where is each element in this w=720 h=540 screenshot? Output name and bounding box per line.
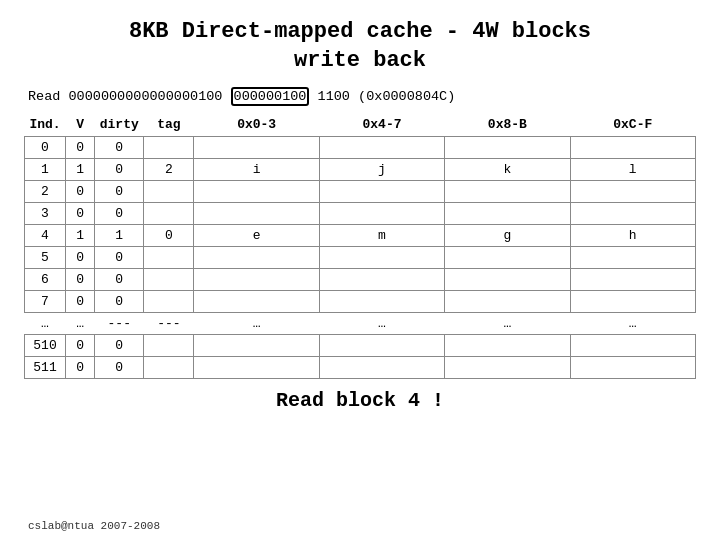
- table-row: 4110emgh: [25, 224, 696, 246]
- cell-d47: [319, 290, 444, 312]
- cell-dcf: [570, 202, 695, 224]
- cell-d8b: …: [445, 312, 570, 334]
- cell-v: 1: [65, 158, 94, 180]
- cell-v: 0: [65, 356, 94, 378]
- header-ind: Ind.: [25, 114, 66, 136]
- cell-tag: [144, 136, 194, 158]
- cell-dirty: 0: [95, 290, 144, 312]
- cell-d8b: [445, 334, 570, 356]
- cell-d47: [319, 136, 444, 158]
- cell-ind: 511: [25, 356, 66, 378]
- table-row: 200: [25, 180, 696, 202]
- cell-v: …: [65, 312, 94, 334]
- cell-v: 0: [65, 202, 94, 224]
- cell-tag: 2: [144, 158, 194, 180]
- header-v: V: [65, 114, 94, 136]
- cell-ind: 3: [25, 202, 66, 224]
- cell-dirty: 0: [95, 246, 144, 268]
- cell-dcf: [570, 180, 695, 202]
- cell-tag: ---: [144, 312, 194, 334]
- cell-d47: j: [319, 158, 444, 180]
- cell-ind: 0: [25, 136, 66, 158]
- table-row: 51100: [25, 356, 696, 378]
- cell-dirty: 0: [95, 180, 144, 202]
- cell-v: 0: [65, 136, 94, 158]
- cell-ind: 510: [25, 334, 66, 356]
- cell-ind: 2: [25, 180, 66, 202]
- cell-v: 0: [65, 246, 94, 268]
- cell-d8b: [445, 268, 570, 290]
- cell-dcf: l: [570, 158, 695, 180]
- cell-d47: [319, 202, 444, 224]
- cell-dcf: …: [570, 312, 695, 334]
- cell-d03: [194, 246, 319, 268]
- cell-tag: [144, 334, 194, 356]
- cell-dcf: [570, 136, 695, 158]
- page-title: 8KB Direct-mapped cache - 4W blocks writ…: [24, 18, 696, 75]
- cell-d47: [319, 246, 444, 268]
- cell-d03: [194, 356, 319, 378]
- table-row: 000: [25, 136, 696, 158]
- table-row: ……------…………: [25, 312, 696, 334]
- cell-d47: m: [319, 224, 444, 246]
- cell-tag: [144, 180, 194, 202]
- cell-d03: [194, 290, 319, 312]
- cell-dcf: [570, 246, 695, 268]
- cell-tag: 0: [144, 224, 194, 246]
- cell-d8b: [445, 246, 570, 268]
- table-body: 0001102ijkl2003004110emgh500600700……----…: [25, 136, 696, 378]
- footer-label: cslab@ntua 2007-2008: [28, 520, 160, 532]
- cell-d8b: [445, 180, 570, 202]
- cell-d8b: [445, 136, 570, 158]
- cell-d03: [194, 334, 319, 356]
- cell-ind: 4: [25, 224, 66, 246]
- cell-dcf: [570, 356, 695, 378]
- cell-ind: 1: [25, 158, 66, 180]
- cell-dcf: [570, 290, 695, 312]
- cell-tag: [144, 356, 194, 378]
- cell-ind: …: [25, 312, 66, 334]
- table-header-row: Ind. V dirty tag 0x0-3 0x4-7 0x8-B 0xC-F: [25, 114, 696, 136]
- cell-dirty: 0: [95, 268, 144, 290]
- table-row: 700: [25, 290, 696, 312]
- cell-d03: [194, 268, 319, 290]
- read-block-label: Read block 4 !: [24, 389, 696, 412]
- read-suffix: 1100 (0x0000804C): [309, 89, 455, 104]
- table-row: 500: [25, 246, 696, 268]
- cell-ind: 5: [25, 246, 66, 268]
- cell-dirty: 0: [95, 202, 144, 224]
- cell-dirty: ---: [95, 312, 144, 334]
- cell-v: 0: [65, 290, 94, 312]
- read-prefix: Read 0000000000000000100: [28, 89, 231, 104]
- cell-dcf: [570, 268, 695, 290]
- cell-ind: 7: [25, 290, 66, 312]
- cell-d8b: g: [445, 224, 570, 246]
- cell-dirty: 0: [95, 334, 144, 356]
- cell-d03: e: [194, 224, 319, 246]
- cell-d8b: [445, 202, 570, 224]
- table-row: 600: [25, 268, 696, 290]
- cell-d03: …: [194, 312, 319, 334]
- cell-ind: 6: [25, 268, 66, 290]
- cell-d47: …: [319, 312, 444, 334]
- cell-d47: [319, 356, 444, 378]
- cell-d47: [319, 334, 444, 356]
- table-row: 51000: [25, 334, 696, 356]
- title-line1: 8KB Direct-mapped cache - 4W blocks: [129, 19, 591, 44]
- header-0xcf: 0xC-F: [570, 114, 695, 136]
- cell-v: 1: [65, 224, 94, 246]
- read-address-line: Read 0000000000000000100 000000100 1100 …: [24, 89, 696, 104]
- cell-d47: [319, 268, 444, 290]
- cell-d03: [194, 202, 319, 224]
- cell-d03: [194, 180, 319, 202]
- cell-v: 0: [65, 334, 94, 356]
- header-0x8b: 0x8-B: [445, 114, 570, 136]
- table-row: 1102ijkl: [25, 158, 696, 180]
- title-line2: write back: [294, 48, 426, 73]
- cell-tag: [144, 202, 194, 224]
- main-container: 8KB Direct-mapped cache - 4W blocks writ…: [0, 0, 720, 540]
- cell-dirty: 0: [95, 356, 144, 378]
- cache-table: Ind. V dirty tag 0x0-3 0x4-7 0x8-B 0xC-F…: [24, 114, 696, 379]
- cell-d8b: [445, 356, 570, 378]
- cell-tag: [144, 246, 194, 268]
